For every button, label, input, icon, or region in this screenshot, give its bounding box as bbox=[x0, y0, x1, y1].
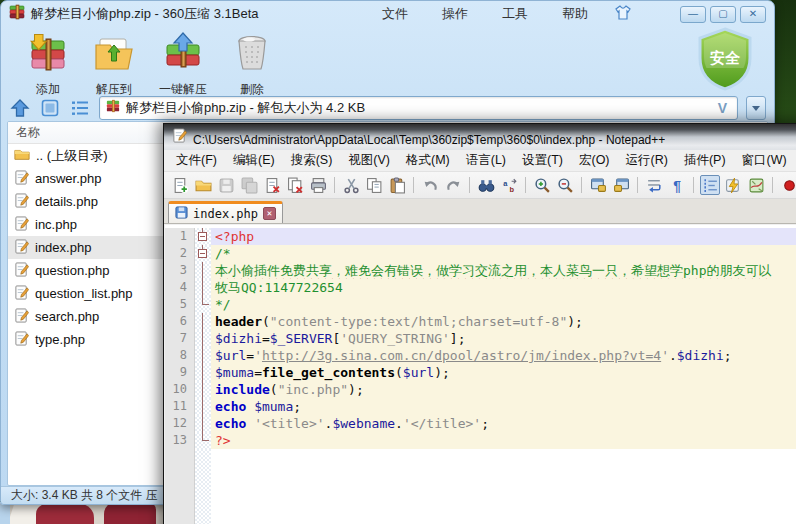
indent-guide-icon[interactable] bbox=[700, 175, 720, 195]
close-file-icon[interactable] bbox=[262, 175, 282, 195]
paste-icon[interactable] bbox=[387, 175, 407, 195]
cut-icon[interactable] bbox=[341, 175, 361, 195]
record-macro-icon[interactable] bbox=[779, 175, 796, 195]
fold-margin[interactable] bbox=[195, 381, 211, 398]
function-list-icon[interactable] bbox=[723, 175, 743, 195]
undo-icon[interactable] bbox=[420, 175, 440, 195]
npp-menu-item[interactable]: 设置(T) bbox=[514, 150, 571, 171]
view-mode-icon[interactable] bbox=[39, 97, 61, 119]
code-token: = bbox=[262, 331, 270, 346]
toolbar-separator bbox=[772, 177, 773, 193]
print-icon[interactable] bbox=[308, 175, 328, 195]
gutter-fill bbox=[165, 449, 195, 524]
address-chevron[interactable]: V bbox=[714, 100, 731, 116]
code-token: include bbox=[215, 382, 270, 397]
save-icon[interactable] bbox=[216, 175, 236, 195]
file-name: type.php bbox=[35, 332, 85, 347]
skin-icon[interactable] bbox=[614, 5, 632, 24]
npp-menu-item[interactable]: 语言(L) bbox=[458, 150, 514, 171]
code-line: 11echo $muma; bbox=[165, 398, 796, 415]
fold-line bbox=[202, 330, 203, 347]
close-button[interactable]: ✕ bbox=[740, 6, 766, 23]
php-file-icon bbox=[14, 170, 29, 188]
code-token: . bbox=[669, 348, 677, 363]
new-file-icon[interactable] bbox=[170, 175, 190, 195]
toolbar-separator bbox=[525, 177, 526, 193]
fold-collapse-icon[interactable] bbox=[198, 232, 207, 241]
npp-menu-item[interactable]: 搜索(S) bbox=[283, 150, 341, 171]
npp-menu-item[interactable]: 视图(V) bbox=[340, 150, 398, 171]
list-view-icon[interactable] bbox=[69, 97, 91, 119]
zip-menu-item[interactable]: 工具 bbox=[498, 3, 532, 25]
copy-icon[interactable] bbox=[364, 175, 384, 195]
code-token: . bbox=[395, 416, 403, 431]
one-key-extract-button[interactable]: 一键解压 bbox=[147, 29, 219, 98]
replace-icon[interactable]: ab bbox=[499, 175, 519, 195]
show-all-chars-icon[interactable]: ¶ bbox=[667, 175, 687, 195]
line-number: 6 bbox=[165, 313, 195, 330]
archive-file-icon bbox=[106, 99, 120, 117]
fold-margin[interactable] bbox=[195, 347, 211, 364]
tab-index-php[interactable]: index.php ✕ bbox=[168, 201, 283, 223]
code-line: 12echo '<title>'.$webname.'</title>'; bbox=[165, 415, 796, 432]
address-dropdown-button[interactable] bbox=[746, 96, 766, 120]
fold-margin[interactable] bbox=[195, 228, 211, 245]
fold-margin[interactable] bbox=[195, 330, 211, 347]
sync-vertical-icon[interactable] bbox=[588, 175, 608, 195]
wallpaper-shape bbox=[0, 502, 10, 524]
code-token: $dizhi bbox=[215, 331, 262, 346]
find-icon[interactable] bbox=[476, 175, 496, 195]
fold-margin[interactable] bbox=[195, 398, 211, 415]
code-text: $url='http://3g.sina.com.cn/dpool/astro/… bbox=[211, 347, 796, 364]
code-token: file_get_contents bbox=[262, 365, 395, 380]
code-token: $_SERVER bbox=[270, 331, 333, 346]
fold-margin[interactable] bbox=[195, 415, 211, 432]
zoom-in-icon[interactable] bbox=[532, 175, 552, 195]
fold-margin[interactable] bbox=[195, 245, 211, 262]
tab-close-icon[interactable]: ✕ bbox=[263, 207, 276, 220]
code-text: */ bbox=[211, 296, 796, 313]
open-file-icon[interactable] bbox=[193, 175, 213, 195]
file-name: question_list.php bbox=[35, 286, 133, 301]
close-all-icon[interactable] bbox=[285, 175, 305, 195]
fold-line bbox=[202, 415, 203, 432]
maximize-button[interactable]: ▢ bbox=[710, 6, 736, 23]
toolbar-separator bbox=[413, 177, 414, 193]
npp-menu-item[interactable]: 格式(M) bbox=[398, 150, 458, 171]
fold-line bbox=[202, 313, 203, 330]
fold-margin[interactable] bbox=[195, 364, 211, 381]
code-editor[interactable]: 1<?php2/*3本小偷插件免费共享，难免会有错误，做学习交流之用，本人菜鸟一… bbox=[165, 225, 796, 524]
save-all-icon[interactable] bbox=[239, 175, 259, 195]
npp-menu-item[interactable]: 运行(R) bbox=[618, 150, 676, 171]
npp-menu-item[interactable]: 窗口(W) bbox=[734, 150, 795, 171]
zip-menu-item[interactable]: 操作 bbox=[438, 3, 472, 25]
npp-toolbar: ab¶ bbox=[164, 172, 796, 199]
zip-menu-item[interactable]: 帮助 bbox=[558, 3, 592, 25]
fold-margin[interactable] bbox=[195, 432, 211, 449]
add-button[interactable]: 添加 bbox=[15, 29, 81, 98]
extract-to-button[interactable]: 解压到 bbox=[81, 29, 147, 98]
fold-margin[interactable] bbox=[195, 296, 211, 313]
fold-margin[interactable] bbox=[195, 313, 211, 330]
fold-margin[interactable] bbox=[195, 262, 211, 279]
npp-menu-item[interactable]: 插件(P) bbox=[676, 150, 734, 171]
sync-horizontal-icon[interactable] bbox=[611, 175, 631, 195]
npp-menu-item[interactable]: 宏(O) bbox=[571, 150, 618, 171]
redo-icon[interactable] bbox=[443, 175, 463, 195]
up-directory-icon[interactable] bbox=[9, 97, 31, 119]
code-token: ( bbox=[262, 314, 270, 329]
code-token: ; bbox=[724, 348, 732, 363]
minimize-button[interactable]: — bbox=[680, 6, 706, 23]
code-token: = bbox=[254, 365, 262, 380]
zip-menu-item[interactable]: 文件 bbox=[378, 3, 412, 25]
npp-menu-item[interactable]: 文件(F) bbox=[168, 150, 225, 171]
zoom-out-icon[interactable] bbox=[555, 175, 575, 195]
fold-margin[interactable] bbox=[195, 279, 211, 296]
address-bar[interactable]: 解梦栏目小偷php.zip - 解包大小为 4.2 KB V bbox=[99, 96, 738, 120]
word-wrap-icon[interactable] bbox=[644, 175, 664, 195]
delete-button[interactable]: 删除 bbox=[219, 29, 285, 98]
document-map-icon[interactable] bbox=[746, 175, 766, 195]
fold-collapse-icon[interactable] bbox=[198, 249, 207, 258]
npp-menu-item[interactable]: 编辑(E) bbox=[225, 150, 283, 171]
safe-shield-badge[interactable]: 安全 bbox=[694, 27, 756, 91]
